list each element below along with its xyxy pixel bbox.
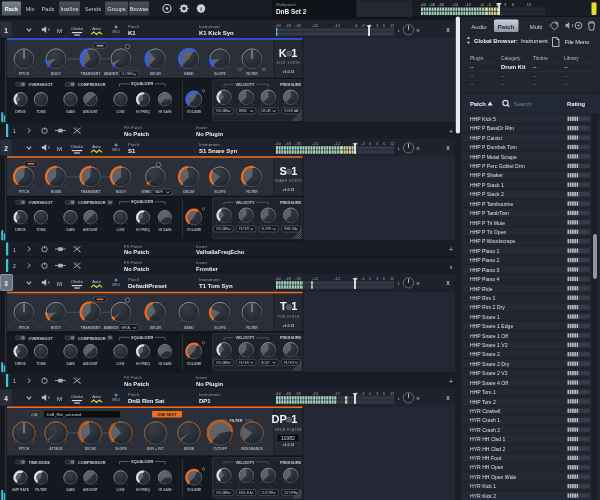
svg-text:-48: -48 — [285, 392, 291, 396]
svg-text:FILTER: FILTER — [284, 361, 294, 365]
svg-text:-36: -36 — [295, 142, 301, 146]
svg-text:COMPRESSOR: COMPRESSOR — [78, 337, 106, 341]
svg-text:--: -- — [470, 73, 474, 79]
svg-text:GAIN: GAIN — [66, 228, 75, 232]
svg-text:EQUALIZER: EQUALIZER — [131, 82, 153, 86]
svg-text:Auto: Auto — [92, 26, 101, 31]
svg-text:EQUALIZER: EQUALIZER — [131, 336, 153, 340]
svg-text:Insert: Insert — [196, 244, 208, 249]
svg-text:PITCH: PITCH — [19, 190, 30, 194]
svg-text:DRUM PLAYER: DRUM PLAYER — [275, 428, 302, 432]
svg-text:ValhallaFreqEcho: ValhallaFreqEcho — [196, 249, 245, 255]
svg-text:Pads: Pads — [42, 6, 55, 12]
svg-text:FX Patch: FX Patch — [124, 244, 143, 249]
svg-text:--: -- — [533, 73, 537, 79]
svg-text:0: 0 — [369, 277, 371, 281]
svg-text:4: 4 — [4, 395, 8, 402]
svg-text:HHP P Perc Goblet Drm: HHP P Perc Goblet Drm — [470, 163, 525, 169]
svg-text:0: 0 — [369, 142, 371, 146]
svg-text:HHP P BassDr Rim: HHP P BassDr Rim — [470, 125, 514, 131]
svg-text:1: 1 — [291, 47, 297, 59]
svg-text:FILTER: FILTER — [246, 190, 258, 194]
svg-text:HHP P TambTom: HHP P TambTom — [470, 210, 509, 216]
svg-text:1: 1 — [13, 128, 16, 134]
svg-text:EQUALIZER: EQUALIZER — [131, 460, 153, 464]
svg-text:-36: -36 — [295, 24, 301, 28]
svg-text:HHP P Caixixi: HHP P Caixixi — [470, 135, 502, 141]
svg-text:DECAY: DECAY — [150, 72, 162, 76]
svg-text:M: M — [57, 281, 62, 287]
svg-text:HYR HH Foot: HYR HH Foot — [470, 455, 502, 461]
svg-text:VELOCITY: VELOCITY — [236, 461, 255, 465]
svg-text:--: -- — [501, 81, 505, 87]
svg-text:LOW: LOW — [117, 228, 126, 232]
svg-text:Instrument: Instrument — [199, 392, 221, 397]
svg-text:HHP Snare 1 Edge: HHP Snare 1 Edge — [470, 323, 513, 329]
svg-text:VOLUME: VOLUME — [187, 488, 202, 492]
svg-text:1: 1 — [13, 247, 16, 253]
svg-text:R: R — [416, 281, 419, 286]
svg-text:HHP P Tri Mute: HHP P Tri Mute — [470, 220, 505, 226]
svg-text:PRESSURE: PRESSURE — [280, 336, 301, 340]
svg-text:--: -- — [564, 81, 568, 87]
svg-text:BODY: BODY — [51, 326, 62, 330]
svg-text:Instrument: Instrument — [521, 38, 548, 44]
svg-text:S: S — [279, 165, 286, 177]
svg-text:HYR Crash 2: HYR Crash 2 — [470, 427, 500, 433]
svg-text:-60: -60 — [275, 277, 281, 281]
svg-text:HI GAIN: HI GAIN — [159, 362, 172, 366]
svg-text:Rack: Rack — [5, 6, 19, 12]
svg-text:MIDI: MIDI — [112, 148, 120, 152]
svg-text:Patch: Patch — [128, 392, 140, 397]
svg-text:VELOCITY: VELOCITY — [236, 201, 255, 205]
svg-text:Patch: Patch — [498, 24, 515, 30]
svg-text:X: X — [446, 280, 450, 286]
svg-text:-48: -48 — [429, 2, 436, 7]
svg-text:TOM SYNTH: TOM SYNTH — [277, 315, 299, 319]
svg-text:v1.0.13: v1.0.13 — [283, 188, 294, 192]
svg-text:HHP P Tambourine: HHP P Tambourine — [470, 201, 513, 207]
svg-text:M: M — [109, 201, 112, 205]
svg-text:SLOPE: SLOPE — [115, 447, 127, 451]
svg-text:COMPRESSOR: COMPRESSOR — [78, 201, 106, 205]
svg-text:CUT: CUT — [237, 68, 243, 72]
svg-text:TONE: TONE — [36, 362, 46, 366]
svg-text:M: M — [57, 28, 62, 34]
svg-text:BODY: BODY — [51, 72, 62, 76]
svg-text:HYR HH Clsd 1: HYR HH Clsd 1 — [470, 436, 506, 442]
svg-text:VELOCITY: VELOCITY — [236, 83, 255, 87]
svg-text:No Patch: No Patch — [124, 249, 150, 255]
svg-text:HHP Snare 1 Off: HHP Snare 1 Off — [470, 333, 509, 339]
svg-text:R: R — [416, 396, 419, 401]
svg-text:-12: -12 — [465, 2, 472, 7]
svg-text:HYR HH Clsd 2: HYR HH Clsd 2 — [470, 446, 506, 452]
svg-text:FILTER: FILTER — [35, 488, 47, 492]
svg-text:12: 12 — [390, 277, 394, 281]
svg-text:HI FREQ: HI FREQ — [136, 488, 150, 492]
svg-text:-24: -24 — [312, 24, 318, 28]
svg-text:-3: -3 — [361, 24, 364, 28]
svg-text:3: 3 — [376, 277, 378, 281]
svg-text:Choke: Choke — [71, 394, 84, 399]
svg-text:HHP P Metal Scrape: HHP P Metal Scrape — [470, 154, 517, 160]
svg-text:DRIVE: DRIVE — [15, 228, 26, 232]
svg-text:Insert: Insert — [196, 125, 208, 130]
svg-text:HYR HH Open: HYR HH Open — [470, 464, 504, 470]
svg-text:EQUALIZER: EQUALIZER — [131, 200, 153, 204]
svg-text:NOISE: NOISE — [51, 190, 62, 194]
svg-text:-24: -24 — [452, 2, 459, 7]
svg-text:11982: 11982 — [281, 435, 295, 441]
svg-text:TONE: TONE — [36, 228, 46, 232]
svg-text:LOW: LOW — [117, 110, 126, 114]
svg-text:-24: -24 — [312, 277, 318, 281]
svg-text:HI GAIN: HI GAIN — [159, 228, 172, 232]
svg-text:2: 2 — [4, 145, 8, 152]
svg-text:ATTACK: ATTACK — [49, 447, 63, 451]
svg-text:Patch: Patch — [128, 277, 140, 282]
svg-text:VOLUME: VOLUME — [216, 109, 228, 113]
svg-text:3: 3 — [4, 280, 8, 287]
svg-text:Sends: Sends — [85, 6, 101, 12]
svg-text:-12: -12 — [334, 142, 340, 146]
svg-text:Choke: Choke — [71, 26, 84, 31]
svg-text:S1 Snare Syn: S1 Snare Syn — [199, 148, 238, 154]
